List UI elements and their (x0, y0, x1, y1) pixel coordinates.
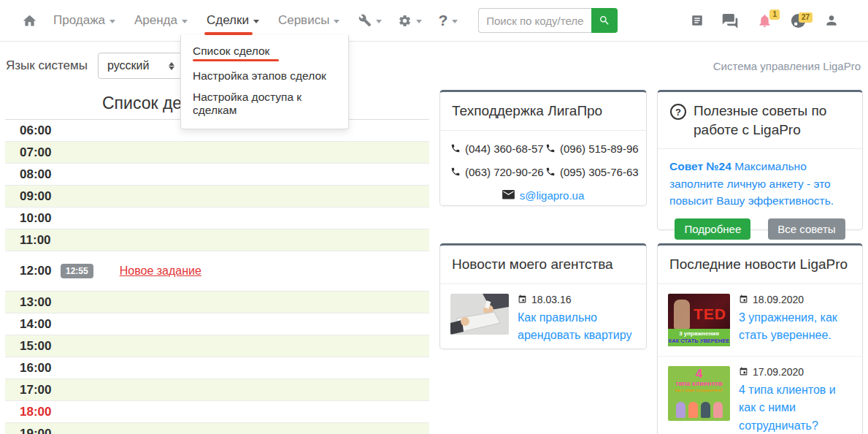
agency-news-card: Новости моего агентства 18.03.16 (439, 243, 647, 349)
schedule-row-overdue[interactable]: 18:00 (5, 401, 429, 423)
question-icon: ? (438, 12, 448, 29)
news-date-row: 17.09.2020 (739, 366, 852, 378)
menu-item-label: Настройка доступа к сделкам (193, 91, 302, 116)
news-date: 18.09.2020 (753, 294, 804, 305)
phone-number: (096) 515-89-96 (545, 142, 640, 155)
tip-details-button[interactable]: Подробнее (675, 218, 750, 240)
agency-news-title: Новости моего агентства (440, 245, 646, 284)
language-select[interactable]: русский (98, 53, 183, 79)
tip-number: Совет №24 (669, 160, 731, 172)
tips-card-header: ? Полезные советы по работе с LigaPro (658, 92, 862, 149)
ligapro-news-title: Последние новости LigaPro (658, 245, 862, 284)
news-item-content: 18.03.16 Как правильно арендовать кварти… (518, 294, 636, 346)
gear-icon (398, 14, 412, 28)
search-icon (599, 15, 610, 26)
schedule-row[interactable]: 16:00 (5, 357, 429, 379)
menu-item-deal-stages[interactable]: Настройка этапов сделок (181, 66, 348, 87)
nav-item-rent[interactable]: Аренда (134, 13, 188, 28)
top-navbar: Продажа Аренда Сделки Сервисы ? (0, 0, 868, 42)
time-label: 18:00 (5, 405, 71, 419)
tips-card-title: Полезные советы по работе с LigaPro (694, 102, 850, 139)
messages-button[interactable] (721, 12, 740, 28)
subheader: Язык системы русский Система управления … (0, 42, 868, 90)
schedule-row[interactable]: 10:00 (5, 208, 429, 229)
notifications-button[interactable]: 1 (757, 12, 772, 29)
profile-button[interactable] (824, 13, 839, 28)
news-link[interactable]: Как правильно арендовать квартиру (518, 309, 636, 346)
journal-button[interactable] (691, 13, 704, 28)
time-label: 19:00 (5, 427, 71, 434)
tip-text-block: Совет №24 Максимально заполните личную а… (658, 149, 862, 240)
handshake-photo (450, 294, 509, 335)
schedule-row[interactable]: 07:00 (5, 142, 429, 164)
schedule-row[interactable]: 17:00 (5, 379, 429, 401)
support-email-link[interactable]: s@ligapro.ua (520, 189, 585, 202)
nav-item-services[interactable]: Сервисы (278, 13, 339, 28)
schedule-row[interactable]: 08:00 (5, 164, 429, 186)
nav-item-deals[interactable]: Сделки (207, 13, 259, 28)
phone-icon (545, 143, 556, 153)
support-card-title: Техподдержка ЛигаПро (440, 92, 646, 131)
tips-buttons: Подробнее Все советы (669, 218, 850, 240)
question-circle-icon: ? (669, 103, 687, 121)
settings-menu[interactable] (398, 14, 422, 28)
chevron-down-icon (110, 20, 115, 23)
support-phones: (044) 360-68-57 (096) 515-89-96 (063) 72… (440, 131, 646, 178)
thumbnail-caption: как с ними сотрудничать? (668, 387, 730, 393)
svg-text:?: ? (675, 107, 681, 118)
search-input[interactable] (478, 8, 591, 33)
nav-item-label: Сервисы (278, 13, 329, 28)
news-item: 18.03.16 Как правильно арендовать кварти… (440, 284, 646, 355)
thumbnail-caption: 3 упражнения КАК СТАТЬ УВЕРЕНЕЕ (668, 329, 730, 346)
menu-item-deal-list[interactable]: Список сделок (181, 41, 348, 66)
time-label: 11:00 (5, 233, 71, 248)
todo-schedule: Список дел 06:00 07:00 08:00 09:00 10:00… (5, 90, 429, 434)
new-task-link[interactable]: Новое задание (120, 264, 201, 278)
phone-number: (044) 360-68-57 (450, 142, 545, 155)
schedule-row[interactable]: 13:00 (5, 292, 429, 313)
time-label: 07:00 (5, 145, 71, 160)
help-menu[interactable]: ? (438, 12, 458, 29)
deals-dropdown-menu: Список сделок Настройка этапов сделок На… (180, 35, 349, 129)
news-thumbnail[interactable] (450, 294, 509, 335)
news-thumbnail[interactable]: 4 типа клиентов как с ними сотрудничать? (668, 366, 730, 421)
menu-item-deal-access[interactable]: Настройка доступа к сделкам (181, 87, 348, 121)
schedule-row[interactable]: 11:00 (5, 229, 429, 251)
navbar-right-icons: 1 27 (691, 12, 839, 29)
time-label: 17:00 (5, 383, 71, 397)
all-tips-button[interactable]: Все советы (768, 218, 845, 240)
schedule-row[interactable]: 09:00 (5, 186, 429, 208)
search-button[interactable] (591, 8, 618, 33)
tools-menu[interactable] (358, 14, 382, 27)
person-icon (824, 13, 839, 28)
schedule-row[interactable]: 15:00 (5, 335, 429, 357)
timer-badge: 27 (799, 12, 813, 23)
chevron-down-icon (253, 20, 259, 23)
schedule-row[interactable]: 14:00 (5, 313, 429, 335)
task-time-badge: 12:55 (61, 264, 93, 278)
support-card: Техподдержка ЛигаПро (044) 360-68-57 (09… (439, 90, 647, 206)
news-link[interactable]: 4 типа клиентов и как с ними сотрудничат… (739, 381, 852, 434)
language-value: русский (107, 59, 149, 72)
tips-card: ? Полезные советы по работе с LigaPro Со… (657, 90, 863, 230)
search-bar (478, 8, 618, 33)
news-date: 18.03.16 (531, 294, 572, 305)
thumbnail-caption: типа клиентов (668, 380, 730, 387)
schedule-row-task[interactable]: 12:00 12:55 Новое задание (5, 251, 429, 292)
calendar-icon (739, 367, 748, 376)
thumbnail-caption: 4 (668, 368, 730, 380)
timer-button[interactable]: 27 (790, 12, 807, 29)
book-icon (691, 13, 704, 28)
phone-label: (095) 305-76-63 (560, 166, 639, 178)
time-label: 08:00 (5, 167, 71, 182)
select-arrows-icon (169, 62, 174, 70)
news-link[interactable]: 3 упражнения, как стать увереннее. (739, 309, 852, 346)
time-label: 15:00 (5, 339, 71, 354)
chevron-down-icon (334, 20, 339, 23)
phone-icon (450, 143, 461, 153)
chevron-down-icon (416, 20, 422, 23)
nav-item-sales[interactable]: Продажа (53, 13, 115, 28)
news-thumbnail[interactable]: TED 3 упражнения КАК СТАТЬ УВЕРЕНЕЕ (668, 294, 730, 346)
home-icon[interactable] (22, 13, 37, 28)
schedule-row[interactable]: 19:00 (5, 423, 429, 434)
